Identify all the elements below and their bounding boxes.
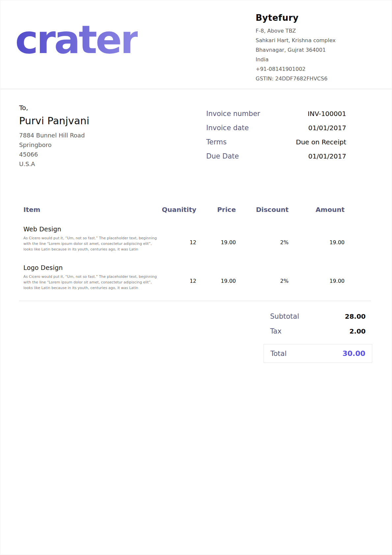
company-info: Bytefury F-8, Above TBZ Sahkari Hart, Kr… xyxy=(256,13,350,83)
company-address-line: Sahkari Hart, Krishna complex xyxy=(256,36,350,45)
customer-address-line: U.S.A xyxy=(19,159,89,169)
due-date-row: Due Date 01/01/2017 xyxy=(206,152,346,160)
terms-row: Terms Due on Receipt xyxy=(206,138,346,146)
item-name: Web Design xyxy=(19,225,157,233)
tax-label: Tax xyxy=(270,327,282,335)
company-name: Bytefury xyxy=(256,13,350,23)
bill-to-label: To, xyxy=(19,104,89,112)
invoice-date-value: 01/01/2017 xyxy=(308,124,346,132)
total-label: Total xyxy=(270,350,287,358)
terms-value: Due on Receipt xyxy=(296,138,346,146)
column-header-item: Item xyxy=(19,206,157,214)
company-gstin: GSTIN: 24DDF7682FHVCS6 xyxy=(256,74,350,83)
items-table-header: Item Quanitity Price Discount Amount xyxy=(19,206,371,214)
company-address-line: Bhavnagar, Gujrat 364001 xyxy=(256,45,350,55)
invoice-info-section: To, Purvi Panjvani 7884 Bunnel Hill Road… xyxy=(0,89,392,169)
due-date-value: 01/01/2017 xyxy=(308,152,346,160)
column-header-price: Price xyxy=(196,206,236,214)
subtotal-row: Subtotal 28.00 xyxy=(264,312,372,320)
column-header-discount: Discount xyxy=(236,206,289,214)
invoice-number-label: Invoice number xyxy=(206,110,260,118)
item-cell: Web Design As Cicero would put it, “Um, … xyxy=(19,225,157,252)
item-amount: 19.00 xyxy=(289,225,345,252)
total-value: 30.00 xyxy=(342,349,365,358)
item-discount: 2% xyxy=(236,264,289,291)
items-table: Item Quanitity Price Discount Amount Web… xyxy=(0,206,392,291)
invoice-meta: Invoice number INV-100001 Invoice date 0… xyxy=(206,110,346,169)
customer-address-line: 45066 xyxy=(19,150,89,159)
company-address: F-8, Above TBZ Sahkari Hart, Krishna com… xyxy=(256,26,350,83)
item-quantity: 12 xyxy=(157,264,196,291)
table-divider xyxy=(19,301,371,301)
tax-value: 2.00 xyxy=(350,327,366,335)
customer-name: Purvi Panjvani xyxy=(19,115,89,127)
invoice-number-value: INV-100001 xyxy=(308,110,346,118)
invoice-date-row: Invoice date 01/01/2017 xyxy=(206,124,346,132)
item-cell: Logo Design As Cicero would put it, “Um,… xyxy=(19,264,157,291)
item-name: Logo Design xyxy=(19,264,157,271)
bill-to-block: To, Purvi Panjvani 7884 Bunnel Hill Road… xyxy=(19,104,89,169)
item-row: Web Design As Cicero would put it, “Um, … xyxy=(19,225,371,252)
invoice-header: crater Bytefury F-8, Above TBZ Sahkari H… xyxy=(0,0,392,89)
company-phone: +91-08141901002 xyxy=(256,64,350,74)
column-header-amount: Amount xyxy=(289,206,345,214)
invoice-number-row: Invoice number INV-100001 xyxy=(206,110,346,118)
invoice-page: crater Bytefury F-8, Above TBZ Sahkari H… xyxy=(0,0,392,555)
subtotal-label: Subtotal xyxy=(270,312,299,320)
customer-address-line: Springboro xyxy=(19,140,89,150)
item-quantity: 12 xyxy=(157,225,196,252)
totals-section: Subtotal 28.00 Tax 2.00 Total 30.00 xyxy=(264,312,372,363)
item-price: 19.00 xyxy=(196,225,236,252)
item-discount: 2% xyxy=(236,225,289,252)
crater-logo: crater xyxy=(15,20,138,59)
item-price: 19.00 xyxy=(196,264,236,291)
item-description: As Cicero would put it, “Um, not so fast… xyxy=(19,274,157,291)
customer-address: 7884 Bunnel Hill Road Springboro 45066 U… xyxy=(19,131,89,169)
company-address-line: F-8, Above TBZ xyxy=(256,26,350,36)
item-amount: 19.00 xyxy=(289,264,345,291)
customer-address-line: 7884 Bunnel Hill Road xyxy=(19,131,89,140)
terms-label: Terms xyxy=(206,138,227,146)
company-address-line: India xyxy=(256,55,350,64)
due-date-label: Due Date xyxy=(206,152,239,160)
item-row: Logo Design As Cicero would put it, “Um,… xyxy=(19,264,371,291)
item-description: As Cicero would put it, “Um, not so fast… xyxy=(19,235,157,252)
tax-row: Tax 2.00 xyxy=(264,327,372,335)
column-header-quantity: Quanitity xyxy=(157,206,196,214)
invoice-date-label: Invoice date xyxy=(206,124,249,132)
subtotal-value: 28.00 xyxy=(345,312,366,320)
total-box: Total 30.00 xyxy=(264,344,372,363)
